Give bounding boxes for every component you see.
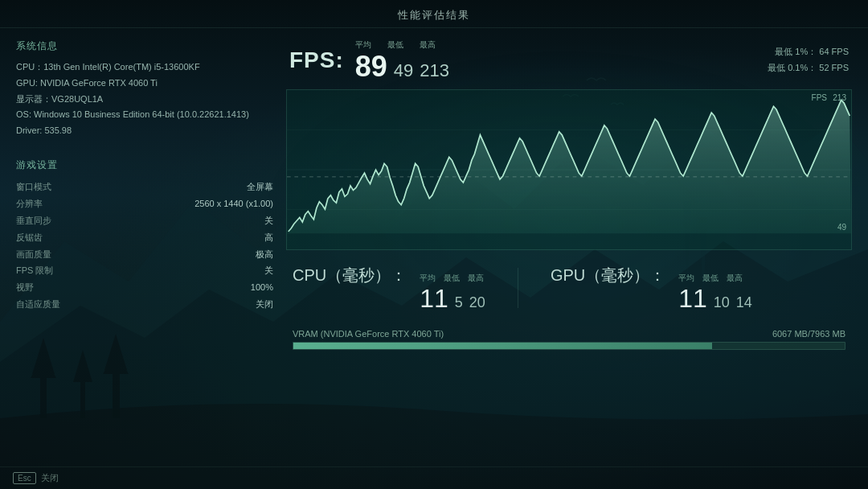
settings-label: 窗口模式	[16, 179, 51, 195]
cpu-max-header: 最高	[468, 273, 484, 284]
settings-value: 关	[264, 262, 273, 279]
fps-min-value: 49	[394, 62, 413, 80]
fps-low01-value: 52 FPS	[819, 63, 849, 72]
settings-label: 分辨率	[16, 195, 43, 212]
settings-table: 窗口模式全屏幕分辨率2560 x 1440 (x1.00)垂直同步关反锯齿高画面…	[16, 179, 273, 313]
cpu-label: CPU（毫秒）：	[293, 265, 407, 286]
gpu-col-headers: 平均 最低 最高	[678, 273, 752, 284]
gpu-info: GPU: NVIDIA GeForce RTX 4060 Ti	[16, 76, 273, 92]
vram-header: VRAM (NVIDIA GeForce RTX 4060 Ti) 6067 M…	[293, 329, 845, 339]
settings-label: 反锯齿	[16, 229, 43, 246]
vram-section: VRAM (NVIDIA GeForce RTX 4060 Ti) 6067 M…	[286, 326, 852, 355]
fps-avg-header: 平均	[355, 39, 371, 51]
settings-row: 垂直同步关	[16, 212, 273, 229]
fps-low1-row: 最低 1%： 64 FPS	[768, 44, 849, 60]
gpu-label: GPU（毫秒）：	[551, 265, 665, 286]
cpu-min-header: 最低	[444, 273, 460, 284]
settings-row: 反锯齿高	[16, 229, 273, 246]
fps-low1-label: 最低 1%：	[775, 47, 817, 56]
fps-col-wrap: 平均 最低 最高 89 49 213	[355, 39, 449, 81]
bottom-bar: Esc 关闭	[0, 466, 868, 489]
settings-row: 自适应质量关闭	[16, 296, 273, 313]
settings-value: 100%	[251, 279, 273, 296]
system-info-title: 系统信息	[16, 39, 273, 53]
vram-bar-fill	[293, 343, 712, 349]
vram-value: 6067 MB/7963 MB	[772, 329, 845, 339]
settings-row: 分辨率2560 x 1440 (x1.00)	[16, 195, 273, 212]
cpu-col-wrap: 平均 最低 最高 11 5 20	[420, 273, 485, 311]
system-info-section: 系统信息 CPU：13th Gen Intel(R) Core(TM) i5-1…	[16, 39, 273, 139]
system-info-content: CPU：13th Gen Intel(R) Core(TM) i5-13600K…	[16, 60, 273, 139]
cpu-info: CPU：13th Gen Intel(R) Core(TM) i5-13600K…	[16, 60, 273, 76]
settings-value: 全屏幕	[247, 179, 273, 195]
fps-col-headers: 平均 最低 最高	[355, 39, 449, 51]
fps-low1-value: 64 FPS	[819, 47, 849, 56]
settings-value: 极高	[256, 246, 273, 263]
cpu-avg-value: 11	[420, 286, 448, 311]
settings-label: 自适应质量	[16, 296, 60, 313]
settings-row: FPS 限制关	[16, 262, 273, 279]
fps-values: 89 49 213	[355, 52, 449, 81]
esc-badge: Esc	[13, 472, 36, 484]
settings-row: 画面质量极高	[16, 246, 273, 263]
gpu-max-header: 最高	[727, 273, 743, 284]
os-info: OS: Windows 10 Business Edition 64-bit (…	[16, 107, 273, 123]
settings-row: 视野100%	[16, 279, 273, 296]
fps-label: FPS:	[289, 47, 344, 73]
perf-row: CPU（毫秒）： 平均 最低 最高 11 5 20	[286, 258, 852, 318]
cpu-avg-header: 平均	[420, 273, 436, 284]
cpu-nums: 11 5 20	[420, 286, 485, 311]
fps-right-stats: 最低 1%： 64 FPS 最低 0.1%： 52 FPS	[768, 44, 849, 76]
game-settings-section: 游戏设置 窗口模式全屏幕分辨率2560 x 1440 (x1.00)垂直同步关反…	[16, 158, 273, 313]
gpu-perf-group: GPU（毫秒）： 平均 最低 最高 11 10 14	[551, 265, 752, 311]
gpu-min-value: 10	[714, 295, 730, 310]
gpu-avg-header: 平均	[678, 273, 694, 284]
cpu-min-value: 5	[455, 295, 463, 310]
fps-avg-value: 89	[355, 52, 387, 81]
settings-label: FPS 限制	[16, 262, 53, 279]
chart-fps-label: FPS	[812, 93, 827, 102]
right-panel: FPS: 平均 最低 最高 89 49 213 最低 1%：	[286, 39, 852, 458]
settings-label: 垂直同步	[16, 212, 51, 229]
chart-max-label: 213	[833, 93, 846, 102]
fps-chart: FPS 213 49 已渲染帧数：7522 帧，耗时 81 秒。	[286, 89, 852, 250]
gpu-avg-value: 11	[678, 286, 707, 311]
game-settings-title: 游戏设置	[16, 158, 273, 172]
settings-value: 2560 x 1440 (x1.00)	[194, 195, 273, 212]
page-title: 性能评估结果	[0, 0, 868, 28]
close-label[interactable]: 关闭	[41, 472, 59, 484]
gpu-max-value: 14	[736, 295, 752, 310]
left-panel: 系统信息 CPU：13th Gen Intel(R) Core(TM) i5-1…	[16, 39, 273, 458]
gpu-nums: 11 10 14	[678, 286, 752, 311]
settings-value: 高	[264, 229, 273, 246]
fps-header: FPS: 平均 最低 最高 89 49 213 最低 1%：	[286, 39, 852, 81]
gpu-col-wrap: 平均 最低 最高 11 10 14	[678, 273, 752, 311]
settings-value: 关	[264, 212, 273, 229]
cpu-max-value: 20	[469, 295, 485, 310]
fps-max-header: 最高	[420, 39, 436, 51]
settings-value: 关闭	[256, 296, 273, 313]
chart-min-label: 49	[837, 223, 846, 232]
fps-min-header: 最低	[387, 39, 403, 51]
display-info: 显示器：VG28UQL1A	[16, 92, 273, 108]
settings-row: 窗口模式全屏幕	[16, 179, 273, 195]
settings-label: 画面质量	[16, 246, 51, 263]
fps-max-value: 213	[420, 62, 449, 80]
perf-divider	[518, 268, 518, 308]
settings-label: 视野	[16, 279, 34, 296]
fps-low01-row: 最低 0.1%： 52 FPS	[768, 60, 849, 76]
cpu-col-headers: 平均 最低 最高	[420, 273, 485, 284]
vram-label: VRAM (NVIDIA GeForce RTX 4060 Ti)	[293, 329, 444, 339]
cpu-perf-group: CPU（毫秒）： 平均 最低 最高 11 5 20	[293, 265, 485, 311]
fps-low01-label: 最低 0.1%：	[768, 63, 817, 72]
gpu-min-header: 最低	[702, 273, 719, 284]
vram-bar-background	[293, 342, 845, 350]
driver-info: Driver: 535.98	[16, 123, 273, 139]
